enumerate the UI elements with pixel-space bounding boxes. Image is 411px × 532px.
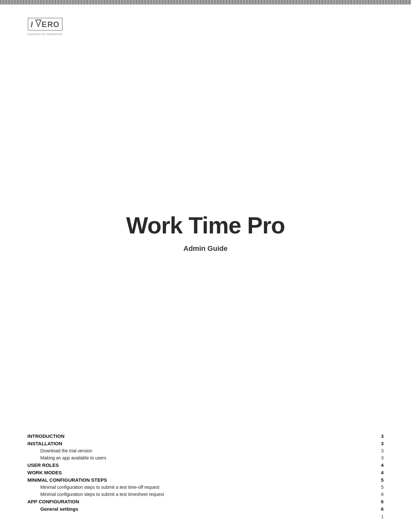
toc-row: Minimal configuration steps to submit a … bbox=[27, 484, 384, 491]
top-decorative-bar bbox=[0, 0, 411, 5]
toc-page: 6 bbox=[377, 506, 384, 512]
logo-area: I E R O Solutions for SharePoint bbox=[27, 17, 384, 36]
toc-row: General settings 6 bbox=[27, 505, 384, 513]
toc-page: 5 bbox=[377, 477, 384, 483]
toc-row: USER ROLES 4 bbox=[27, 461, 384, 469]
table-of-contents: INTRODUCTION 3 INSTALLATION 3 Download t… bbox=[27, 426, 384, 513]
svg-text:O: O bbox=[53, 20, 59, 29]
toc-row: APP CONFIGURATION 6 bbox=[27, 498, 384, 505]
page-number: 1 bbox=[381, 514, 384, 519]
toc-row: MINIMAL CONFIGURATION STEPS 5 bbox=[27, 476, 384, 484]
toc-label: APP CONFIGURATION bbox=[27, 499, 377, 504]
logo-subtitle: Solutions for SharePoint bbox=[27, 33, 63, 36]
toc-label: INSTALLATION bbox=[27, 441, 377, 446]
toc-page: 3 bbox=[377, 455, 384, 460]
toc-page: 3 bbox=[377, 448, 384, 453]
toc-label: WORK MODES bbox=[27, 470, 377, 475]
main-title: Work Time Pro bbox=[126, 212, 285, 239]
toc-label: Minimal configuration steps to submit a … bbox=[27, 485, 377, 490]
toc-label: Minimal configuration steps to submit a … bbox=[27, 492, 377, 497]
toc-row: INTRODUCTION 3 bbox=[27, 432, 384, 440]
toc-page: 5 bbox=[377, 485, 384, 490]
toc-page: 4 bbox=[377, 462, 384, 468]
toc-page: 6 bbox=[377, 499, 384, 504]
toc-row: Download the trial version 3 bbox=[27, 447, 384, 454]
title-section: Work Time Pro Admin Guide bbox=[27, 39, 384, 426]
toc-row: Minimal configuration steps to submit a … bbox=[27, 491, 384, 498]
svg-marker-2 bbox=[36, 20, 41, 26]
toc-page: 4 bbox=[377, 470, 384, 475]
toc-page: 6 bbox=[377, 492, 384, 497]
toc-row: Making an app available to users 3 bbox=[27, 454, 384, 461]
toc-row: WORK MODES 4 bbox=[27, 469, 384, 476]
toc-page: 3 bbox=[377, 441, 384, 446]
toc-label: USER ROLES bbox=[27, 462, 377, 468]
toc-label: INTRODUCTION bbox=[27, 433, 377, 439]
toc-label: Making an app available to users bbox=[27, 455, 377, 460]
toc-row: INSTALLATION 3 bbox=[27, 440, 384, 447]
toc-label: General settings bbox=[27, 506, 377, 512]
svg-text:E: E bbox=[42, 20, 47, 29]
svg-text:I: I bbox=[31, 20, 33, 29]
sub-title: Admin Guide bbox=[183, 244, 228, 253]
logo-image: I E R O bbox=[27, 17, 63, 32]
toc-page: 3 bbox=[377, 433, 384, 439]
svg-text:R: R bbox=[47, 20, 53, 29]
toc-label: MINIMAL CONFIGURATION STEPS bbox=[27, 477, 377, 483]
toc-label: Download the trial version bbox=[27, 448, 377, 453]
